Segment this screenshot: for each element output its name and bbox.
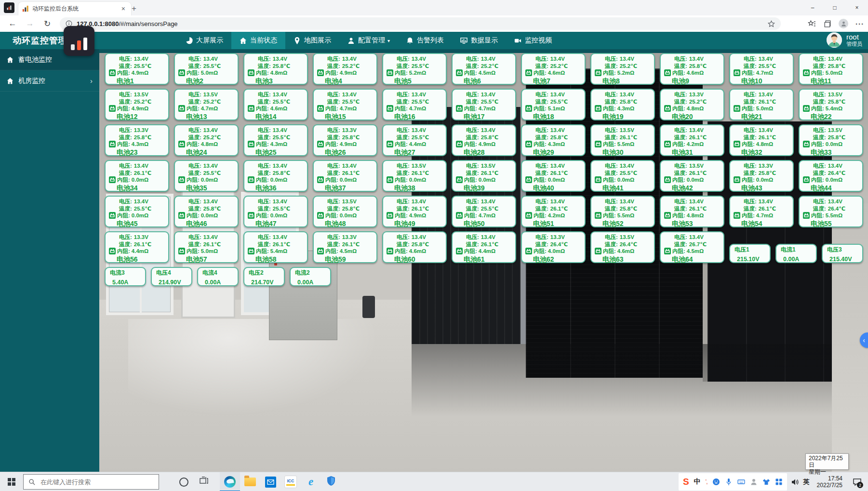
battery-card[interactable]: 电压:13.5V 温度:25.8℃ 内阻:5.4mΩ 电池22: [799, 89, 863, 120]
battery-card[interactable]: 电压:13.4V 温度:25.5℃ 内阻:0.0mΩ 电池47: [243, 196, 308, 227]
battery-card[interactable]: 电压:13.4V 温度:25.2℃ 内阻:4.6mΩ 电池7: [521, 53, 586, 85]
sensor-card[interactable]: 电流4 0.00A: [197, 267, 239, 286]
nav-item-1[interactable]: 当前状态: [231, 32, 285, 49]
battery-card[interactable]: 电压:13.3V 温度:26.1℃ 内阻:4.5mΩ 电池59: [313, 231, 377, 263]
task-view-button[interactable]: [194, 472, 214, 491]
battery-card[interactable]: 电压:13.4V 温度:25.8℃ 内阻:5.5mΩ 电池52: [590, 196, 655, 227]
battery-card[interactable]: 电压:13.4V 温度:26.4℃ 内阻:5.5mΩ 电池55: [799, 196, 863, 227]
battery-card[interactable]: 电压:13.4V 温度:26.7℃ 内阻:4.5mΩ 电池64: [660, 231, 724, 263]
favorites-bar-icon[interactable]: [808, 20, 816, 28]
battery-card[interactable]: 电压:13.3V 温度:26.1℃ 内阻:4.4mΩ 电池56: [105, 231, 169, 263]
battery-card[interactable]: 电压:13.4V 温度:25.5℃ 内阻:5.1mΩ 电池18: [521, 89, 586, 120]
taskbar-mail-button[interactable]: [260, 472, 280, 491]
new-tab-button[interactable]: +: [128, 3, 140, 14]
battery-card[interactable]: 电压:13.5V 温度:26.1℃ 内阻:0.0mΩ 电池39: [452, 160, 516, 192]
keyboard-icon[interactable]: [737, 478, 745, 486]
battery-card[interactable]: 电压:13.4V 温度:26.1℃ 内阻:5.4mΩ 电池58: [243, 231, 308, 263]
battery-card[interactable]: 电压:13.4V 温度:25.2℃ 内阻:4.8mΩ 电池24: [174, 124, 239, 156]
nav-item-5[interactable]: 数据显示: [452, 32, 506, 49]
battery-card[interactable]: 电压:13.4V 温度:25.5℃ 内阻:0.0mΩ 电池35: [174, 160, 239, 192]
battery-card[interactable]: 电压:13.4V 温度:25.8℃ 内阻:4.3mΩ 电池29: [521, 124, 586, 156]
taskbar-search[interactable]: [23, 474, 159, 490]
battery-card[interactable]: 电压:13.3V 温度:26.4℃ 内阻:4.0mΩ 电池62: [521, 231, 586, 263]
battery-card[interactable]: 电压:13.4V 温度:26.1℃ 内阻:4.2mΩ 电池51: [521, 196, 586, 227]
battery-card[interactable]: 电压:13.5V 温度:26.1℃ 内阻:0.0mΩ 电池38: [382, 160, 447, 192]
nav-item-3[interactable]: 配置管理 ▾: [339, 32, 398, 49]
battery-card[interactable]: 电压:13.4V 温度:26.1℃ 内阻:4.4mΩ 电池61: [452, 231, 516, 263]
battery-card[interactable]: 电压:13.4V 温度:25.5℃ 内阻:0.0mΩ 电池41: [590, 160, 655, 192]
minimize-button[interactable]: –: [801, 0, 824, 15]
taskbar-icc-button[interactable]: ICC: [280, 472, 301, 491]
address-bar[interactable]: 127.0.0.1:8080/#/main/sensorsPage: [60, 17, 781, 30]
battery-card[interactable]: 电压:13.4V 温度:25.5℃ 内阻:4.3mΩ 电池25: [243, 124, 308, 156]
battery-card[interactable]: 电压:13.5V 温度:25.2℃ 内阻:4.9mΩ 电池12: [105, 89, 169, 120]
battery-card[interactable]: 电压:13.4V 温度:25.8℃ 内阻:0.0mΩ 电池46: [174, 196, 239, 227]
battery-card[interactable]: 电压:13.4V 温度:25.2℃ 内阻:5.2mΩ 电池8: [590, 53, 655, 85]
battery-card[interactable]: 电压:13.5V 温度:26.1℃ 内阻:0.0mΩ 电池42: [660, 160, 724, 192]
taskbar-ie-button[interactable]: e: [301, 472, 321, 491]
battery-card[interactable]: 电压:13.4V 温度:26.1℃ 内阻:4.9mΩ 电池49: [382, 196, 447, 227]
cortana-button[interactable]: [174, 472, 194, 491]
battery-card[interactable]: 电压:13.4V 温度:25.5℃ 内阻:5.2mΩ 电池5: [382, 53, 447, 85]
browser-profile-avatar[interactable]: [839, 19, 848, 28]
battery-card[interactable]: 电压:13.4V 温度:25.5℃ 内阻:5.0mΩ 电池2: [174, 53, 239, 85]
battery-card[interactable]: 电压:13.5V 温度:25.8℃ 内阻:0.0mΩ 电池48: [313, 196, 377, 227]
battery-card[interactable]: 电压:13.4V 温度:25.8℃ 内阻:5.0mΩ 电池11: [799, 53, 863, 85]
start-button[interactable]: [0, 472, 23, 491]
battery-card[interactable]: 电压:13.3V 温度:25.2℃ 内阻:4.8mΩ 电池20: [660, 89, 724, 120]
sensor-card[interactable]: 电压3 215.40V: [822, 244, 863, 263]
ime-toolbox-grid-icon[interactable]: [775, 478, 783, 486]
battery-card[interactable]: 电压:13.5V 温度:26.1℃ 内阻:5.5mΩ 电池30: [590, 124, 655, 156]
emoji-smiley-icon[interactable]: [712, 478, 720, 486]
ime-skin-shirt-icon[interactable]: [762, 478, 770, 486]
battery-card[interactable]: 电压:13.4V 温度:25.2℃ 内阻:4.9mΩ 电池4: [313, 53, 377, 85]
battery-card[interactable]: 电压:13.4V 温度:25.8℃ 内阻:0.0mΩ 电池36: [243, 160, 308, 192]
browser-tab[interactable]: 动环监控后台系统 ×: [18, 2, 131, 15]
volume-icon[interactable]: [791, 478, 799, 486]
battery-card[interactable]: 电压:13.4V 温度:25.8℃ 内阻:4.8mΩ 电池3: [243, 53, 308, 85]
nav-item-0[interactable]: 大屏展示: [177, 32, 231, 49]
battery-card[interactable]: 电压:13.4V 温度:26.1℃ 内阻:4.7mΩ 电池54: [729, 196, 794, 227]
battery-card[interactable]: 电压:13.4V 温度:25.2℃ 内阻:4.5mΩ 电池6: [452, 53, 516, 85]
back-button[interactable]: ←: [7, 18, 18, 29]
forward-button[interactable]: →: [24, 18, 36, 29]
battery-card[interactable]: 电压:13.4V 温度:26.1℃ 内阻:4.8mΩ 电池32: [729, 124, 794, 156]
battery-card[interactable]: 电压:13.3V 温度:25.8℃ 内阻:4.3mΩ 电池23: [105, 124, 169, 156]
battery-card[interactable]: 电压:13.4V 温度:26.1℃ 内阻:5.0mΩ 电池21: [729, 89, 794, 120]
browser-menu-ellipsis-icon[interactable]: ···: [855, 20, 864, 28]
battery-card[interactable]: 电压:13.4V 温度:26.1℃ 内阻:4.2mΩ 电池31: [660, 124, 724, 156]
battery-card[interactable]: 电压:13.4V 温度:25.8℃ 内阻:4.9mΩ 电池28: [452, 124, 516, 156]
voice-mic-icon[interactable]: [725, 478, 733, 486]
ime-account-icon[interactable]: [750, 478, 758, 486]
battery-card[interactable]: 电压:13.4V 温度:25.5℃ 内阻:4.7mΩ 电池15: [313, 89, 377, 120]
battery-card[interactable]: 电压:13.4V 温度:25.5℃ 内阻:0.0mΩ 电池45: [105, 196, 169, 227]
taskbar-clock[interactable]: 17:54 2022/7/25: [814, 475, 845, 489]
battery-card[interactable]: 电压:13.4V 温度:25.8℃ 内阻:4.6mΩ 电池60: [382, 231, 447, 263]
battery-card[interactable]: 电压:13.4V 温度:25.5℃ 内阻:4.7mΩ 电池50: [452, 196, 516, 227]
nav-item-4[interactable]: 告警列表: [398, 32, 452, 49]
battery-card[interactable]: 电压:13.5V 温度:25.2℃ 内阻:4.7mΩ 电池13: [174, 89, 239, 120]
user-box[interactable]: root 管理员: [827, 32, 862, 48]
battery-card[interactable]: 电压:13.4V 温度:25.5℃ 内阻:4.7mΩ 电池10: [729, 53, 794, 85]
battery-card[interactable]: 电压:13.4V 温度:25.8℃ 内阻:4.6mΩ 电池9: [660, 53, 724, 85]
battery-card[interactable]: 电压:13.4V 温度:26.1℃ 内阻:4.8mΩ 电池53: [660, 196, 724, 227]
battery-card[interactable]: 电压:13.4V 温度:26.1℃ 内阻:0.0mΩ 电池34: [105, 160, 169, 192]
taskbar-edge-button[interactable]: [220, 472, 240, 491]
sidebar-item-1[interactable]: 机房监控 ›: [0, 70, 99, 92]
battery-card[interactable]: 电压:13.4V 温度:25.8℃ 内阻:4.3mΩ 电池19: [590, 89, 655, 120]
sensor-card[interactable]: 电压2 214.70V: [243, 267, 285, 286]
battery-card[interactable]: 电压:13.4V 温度:25.5℃ 内阻:4.4mΩ 电池27: [382, 124, 447, 156]
sensor-card[interactable]: 电流3 5.40A: [105, 267, 146, 286]
favorite-star-icon[interactable]: [768, 20, 775, 27]
battery-card[interactable]: 电压:13.4V 温度:26.1℃ 内阻:0.0mΩ 电池40: [521, 160, 586, 192]
nav-item-6[interactable]: 监控视频: [506, 32, 560, 49]
search-input[interactable]: [40, 478, 154, 486]
action-center-button[interactable]: 2: [850, 472, 864, 491]
battery-card[interactable]: 电压:13.5V 温度:25.8℃ 内阻:0.0mΩ 电池33: [799, 124, 863, 156]
sensor-card[interactable]: 电压4 214.90V: [151, 267, 192, 286]
sensor-card[interactable]: 电流2 0.00A: [290, 267, 331, 286]
sogou-ime-bar[interactable]: S 中 ’,: [679, 473, 787, 491]
battery-card[interactable]: 电压:13.4V 温度:26.1℃ 内阻:0.0mΩ 电池37: [313, 160, 377, 192]
taskbar-explorer-button[interactable]: [240, 472, 260, 491]
language-indicator[interactable]: 英: [803, 478, 810, 486]
